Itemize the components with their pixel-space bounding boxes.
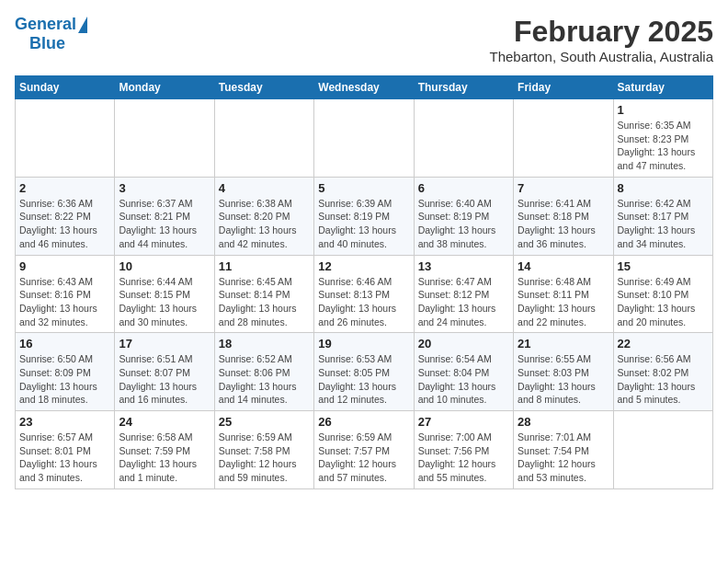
calendar-cell: 17Sunrise: 6:51 AM Sunset: 8:07 PM Dayli…: [115, 333, 214, 411]
day-number: 15: [618, 259, 709, 273]
calendar-cell: 1Sunrise: 6:35 AM Sunset: 8:23 PM Daylig…: [613, 99, 712, 178]
day-number: 26: [318, 415, 409, 429]
calendar-cell: 25Sunrise: 6:59 AM Sunset: 7:58 PM Dayli…: [214, 411, 313, 489]
logo-general-text: General: [15, 15, 76, 34]
day-number: 21: [518, 337, 609, 350]
day-number: 16: [19, 337, 110, 350]
calendar-cell: 10Sunrise: 6:44 AM Sunset: 8:15 PM Dayli…: [115, 255, 214, 333]
day-number: 1: [618, 103, 709, 117]
calendar-week-2: 2Sunrise: 6:36 AM Sunset: 8:22 PM Daylig…: [16, 177, 713, 255]
day-number: 3: [119, 181, 210, 195]
day-info: Sunrise: 6:43 AM Sunset: 8:16 PM Dayligh…: [19, 275, 110, 329]
day-number: 20: [418, 337, 509, 350]
calendar-cell: 3Sunrise: 6:37 AM Sunset: 8:21 PM Daylig…: [115, 177, 214, 255]
day-info: Sunrise: 6:57 AM Sunset: 8:01 PM Dayligh…: [19, 431, 110, 485]
day-number: 23: [19, 415, 110, 429]
day-info: Sunrise: 6:56 AM Sunset: 8:02 PM Dayligh…: [618, 352, 709, 407]
day-number: 25: [219, 415, 310, 429]
calendar-cell: [115, 99, 214, 178]
day-info: Sunrise: 7:01 AM Sunset: 7:54 PM Dayligh…: [518, 431, 609, 485]
day-number: 14: [518, 259, 609, 273]
calendar-title-block: February 2025 Thebarton, South Australia…: [490, 15, 713, 64]
calendar-week-3: 9Sunrise: 6:43 AM Sunset: 8:16 PM Daylig…: [16, 255, 713, 333]
day-info: Sunrise: 6:50 AM Sunset: 8:09 PM Dayligh…: [19, 352, 110, 407]
calendar-cell: [214, 99, 313, 178]
day-info: Sunrise: 6:37 AM Sunset: 8:21 PM Dayligh…: [119, 197, 210, 251]
day-number: 6: [418, 181, 509, 195]
day-number: 2: [19, 181, 110, 195]
calendar-header-friday: Friday: [514, 76, 613, 99]
calendar-cell: 14Sunrise: 6:48 AM Sunset: 8:11 PM Dayli…: [514, 255, 613, 333]
day-info: Sunrise: 6:39 AM Sunset: 8:19 PM Dayligh…: [318, 197, 409, 251]
calendar-header-saturday: Saturday: [613, 76, 712, 99]
day-info: Sunrise: 6:59 AM Sunset: 7:58 PM Dayligh…: [219, 431, 310, 485]
day-info: Sunrise: 6:47 AM Sunset: 8:12 PM Dayligh…: [418, 275, 509, 329]
calendar-subtitle: Thebarton, South Australia, Australia: [490, 49, 713, 64]
calendar-cell: 28Sunrise: 7:01 AM Sunset: 7:54 PM Dayli…: [514, 411, 613, 489]
calendar-cell: 4Sunrise: 6:38 AM Sunset: 8:20 PM Daylig…: [214, 177, 313, 255]
calendar-cell: 23Sunrise: 6:57 AM Sunset: 8:01 PM Dayli…: [16, 411, 115, 489]
calendar-cell: 24Sunrise: 6:58 AM Sunset: 7:59 PM Dayli…: [115, 411, 214, 489]
calendar-cell: [514, 99, 613, 178]
calendar-cell: 20Sunrise: 6:54 AM Sunset: 8:04 PM Dayli…: [414, 333, 513, 411]
day-number: 19: [318, 337, 409, 350]
calendar-header-tuesday: Tuesday: [214, 76, 313, 99]
calendar-cell: 26Sunrise: 6:59 AM Sunset: 7:57 PM Dayli…: [314, 411, 414, 489]
calendar-cell: 19Sunrise: 6:53 AM Sunset: 8:05 PM Dayli…: [314, 333, 414, 411]
calendar-table: SundayMondayTuesdayWednesdayThursdayFrid…: [15, 75, 713, 489]
calendar-title: February 2025: [490, 15, 713, 49]
day-info: Sunrise: 6:42 AM Sunset: 8:17 PM Dayligh…: [618, 197, 709, 251]
day-info: Sunrise: 6:55 AM Sunset: 8:03 PM Dayligh…: [518, 352, 609, 407]
calendar-cell: 15Sunrise: 6:49 AM Sunset: 8:10 PM Dayli…: [613, 255, 712, 333]
day-number: 7: [518, 181, 609, 195]
day-info: Sunrise: 6:46 AM Sunset: 8:13 PM Dayligh…: [318, 275, 409, 329]
day-number: 4: [219, 181, 310, 195]
day-number: 12: [318, 259, 409, 273]
day-number: 8: [618, 181, 709, 195]
day-info: Sunrise: 6:48 AM Sunset: 8:11 PM Dayligh…: [518, 275, 609, 329]
calendar-cell: [613, 411, 712, 489]
day-info: Sunrise: 6:52 AM Sunset: 8:06 PM Dayligh…: [219, 352, 310, 407]
day-info: Sunrise: 7:00 AM Sunset: 7:56 PM Dayligh…: [418, 431, 509, 485]
day-number: 10: [119, 259, 210, 273]
calendar-cell: 7Sunrise: 6:41 AM Sunset: 8:18 PM Daylig…: [514, 177, 613, 255]
calendar-week-4: 16Sunrise: 6:50 AM Sunset: 8:09 PM Dayli…: [16, 333, 713, 411]
day-info: Sunrise: 6:36 AM Sunset: 8:22 PM Dayligh…: [19, 197, 110, 251]
day-info: Sunrise: 6:40 AM Sunset: 8:19 PM Dayligh…: [418, 197, 509, 251]
day-info: Sunrise: 6:51 AM Sunset: 8:07 PM Dayligh…: [119, 352, 210, 407]
day-info: Sunrise: 6:35 AM Sunset: 8:23 PM Dayligh…: [618, 119, 709, 173]
calendar-header-sunday: Sunday: [16, 76, 115, 99]
calendar-cell: [414, 99, 513, 178]
calendar-header-row: SundayMondayTuesdayWednesdayThursdayFrid…: [16, 76, 713, 99]
day-number: 18: [219, 337, 310, 350]
day-info: Sunrise: 6:44 AM Sunset: 8:15 PM Dayligh…: [119, 275, 210, 329]
day-info: Sunrise: 6:45 AM Sunset: 8:14 PM Dayligh…: [219, 275, 310, 329]
day-number: 22: [618, 337, 709, 350]
calendar-cell: 5Sunrise: 6:39 AM Sunset: 8:19 PM Daylig…: [314, 177, 414, 255]
day-number: 11: [219, 259, 310, 273]
day-number: 27: [418, 415, 509, 429]
day-number: 17: [119, 337, 210, 350]
logo: General Blue: [15, 15, 87, 53]
calendar-week-1: 1Sunrise: 6:35 AM Sunset: 8:23 PM Daylig…: [16, 99, 713, 178]
day-info: Sunrise: 6:41 AM Sunset: 8:18 PM Dayligh…: [518, 197, 609, 251]
day-number: 9: [19, 259, 110, 273]
day-info: Sunrise: 6:59 AM Sunset: 7:57 PM Dayligh…: [318, 431, 409, 485]
calendar-cell: [16, 99, 115, 178]
day-number: 28: [518, 415, 609, 429]
calendar-cell: 13Sunrise: 6:47 AM Sunset: 8:12 PM Dayli…: [414, 255, 513, 333]
calendar-cell: 21Sunrise: 6:55 AM Sunset: 8:03 PM Dayli…: [514, 333, 613, 411]
calendar-header-wednesday: Wednesday: [314, 76, 414, 99]
logo-triangle-icon: [78, 17, 87, 33]
day-info: Sunrise: 6:53 AM Sunset: 8:05 PM Dayligh…: [318, 352, 409, 407]
calendar-cell: 27Sunrise: 7:00 AM Sunset: 7:56 PM Dayli…: [414, 411, 513, 489]
calendar-week-5: 23Sunrise: 6:57 AM Sunset: 8:01 PM Dayli…: [16, 411, 713, 489]
calendar-header-thursday: Thursday: [414, 76, 513, 99]
day-info: Sunrise: 6:58 AM Sunset: 7:59 PM Dayligh…: [119, 431, 210, 485]
calendar-cell: 16Sunrise: 6:50 AM Sunset: 8:09 PM Dayli…: [16, 333, 115, 411]
calendar-header-monday: Monday: [115, 76, 214, 99]
calendar-cell: 11Sunrise: 6:45 AM Sunset: 8:14 PM Dayli…: [214, 255, 313, 333]
day-info: Sunrise: 6:54 AM Sunset: 8:04 PM Dayligh…: [418, 352, 509, 407]
calendar-cell: 9Sunrise: 6:43 AM Sunset: 8:16 PM Daylig…: [16, 255, 115, 333]
day-number: 24: [119, 415, 210, 429]
